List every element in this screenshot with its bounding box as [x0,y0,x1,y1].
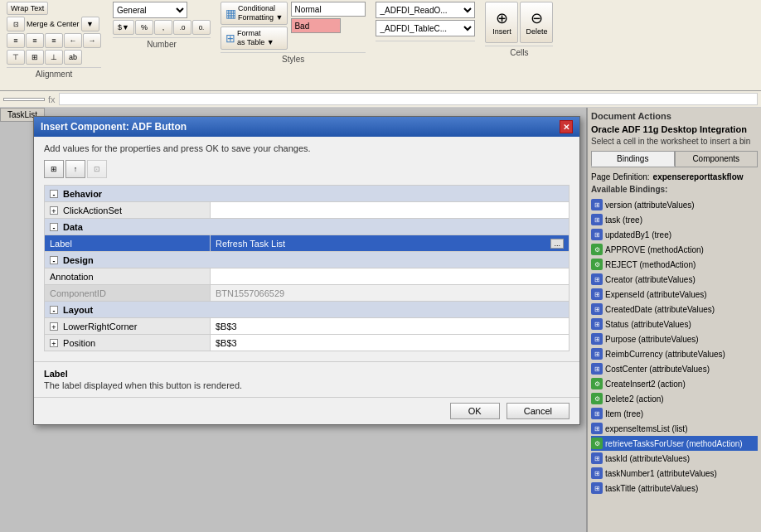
conditional-formatting-button[interactable]: ▦ ConditionalFormatting ▼ [221,2,288,25]
binding-name: Purpose (attributeValues) [605,335,699,344]
lower-right-corner-value[interactable]: $B$3 [211,318,570,335]
cancel-button[interactable]: Cancel [507,403,570,419]
wrap-text-button[interactable]: Wrap Text [7,2,48,15]
binding-item[interactable]: ⊞taskTitle (attributeValues) [591,481,758,496]
behavior-expand[interactable]: - [50,190,58,198]
align-left-button[interactable]: ≡ [7,33,25,48]
binding-item[interactable]: ⊞CostCenter (attributeValues) [591,361,758,376]
indent-decrease-button[interactable]: ← [64,33,82,48]
normal-style-input[interactable] [291,2,366,17]
dialog-body: Add values for the properties and press … [34,137,579,358]
sort-asc-button[interactable]: ⊞ [44,160,64,178]
insert-component-dialog: Insert Component: ADF Button ✕ Add value… [33,116,580,425]
binding-name: APPROVE (methodAction) [605,245,704,254]
pos-expand[interactable]: + [50,339,58,347]
label-prop-value[interactable]: ... [211,235,570,252]
binding-item[interactable]: ⊞Item (tree) [591,406,758,421]
binding-item[interactable]: ⊞ExpenseId (attributeValues) [591,287,758,302]
binding-item[interactable]: ⊞Purpose (attributeValues) [591,331,758,346]
indent-increase-button[interactable]: → [83,33,101,48]
align-top-button[interactable]: ⊤ [7,50,25,65]
binding-type-icon: ⚙ [591,393,603,404]
align-middle-button[interactable]: ⊞ [26,50,44,65]
align-right-button[interactable]: ≡ [45,33,63,48]
ok-button[interactable]: OK [450,403,500,419]
formula-input[interactable] [59,93,758,105]
delete-button[interactable]: ⊖ Delete [520,2,553,43]
main-area: TaskList Insert Component: ADF Button ✕ … [0,108,761,532]
binding-type-icon: ⊞ [591,199,603,210]
binding-item[interactable]: ⚙Delete2 (action) [591,391,758,406]
binding-name: ExpenseId (attributeValues) [605,290,707,299]
binding-item[interactable]: ⊞ReimbCurrency (attributeValues) [591,346,758,361]
alignment-label: Alignment [7,67,101,79]
sort-button[interactable]: ↑ [65,160,85,178]
design-expand[interactable]: - [50,256,58,264]
name-box[interactable] [3,98,45,101]
dialog-buttons: OK Cancel [34,397,579,424]
binding-name: CreateInsert2 (action) [605,380,686,389]
orient-button[interactable]: ab [64,50,82,65]
position-row: + Position $B$3 [45,335,570,351]
tab-bindings[interactable]: Bindings [591,151,675,167]
binding-item[interactable]: ⚙CreateInsert2 (action) [591,376,758,391]
adf-dropdown1[interactable]: _ADFDI_ReadO... [376,2,475,18]
dialog-close-button[interactable]: ✕ [560,120,573,133]
binding-item[interactable]: ⊞updatedBy1 (tree) [591,227,758,242]
label-browse-button[interactable]: ... [550,239,564,249]
binding-item[interactable]: ⊞taskId (attributeValues) [591,451,758,466]
binding-name: retrieveTasksForUser (methodAction) [605,439,743,448]
binding-type-icon: ⊞ [591,303,603,315]
page-def-row: Page Definition: expensereporttaskflow [591,172,758,181]
cond-fmt-label: ConditionalFormatting ▼ [238,4,283,22]
align-center-button[interactable]: ≡ [26,33,44,48]
data-expand[interactable]: - [50,223,58,231]
comma-button[interactable]: , [154,20,172,35]
styles-section: ▦ ConditionalFormatting ▼ ⊞ Formatas Tab… [216,0,371,90]
layout-expand[interactable]: - [50,306,58,314]
binding-item[interactable]: ⚙REJECT (methodAction) [591,257,758,272]
number-format-select[interactable]: General [113,2,187,18]
binding-item[interactable]: ⊞Creator (attributeValues) [591,272,758,287]
binding-name: taskNumber1 (attributeValues) [605,469,717,478]
binding-name: version (attributeValues) [605,201,695,210]
binding-item[interactable]: ⊞Status (attributeValues) [591,317,758,331]
click-action-set-value[interactable] [211,202,570,219]
percent-button[interactable]: % [135,20,153,35]
decrease-decimal-button[interactable]: 0. [192,20,211,35]
label-prop-name: Label [45,235,211,252]
insert-label: Insert [492,27,511,36]
binding-item[interactable]: ⊞taskNumber1 (attributeValues) [591,466,758,481]
merge-dropdown[interactable]: ▼ [81,17,99,31]
layout-header: - Layout [45,302,570,318]
lrc-expand[interactable]: + [50,322,58,331]
binding-name: Creator (attributeValues) [605,275,696,284]
right-panel: Document Actions Oracle ADF 11g Desktop … [587,108,761,532]
position-value[interactable]: $B$3 [211,335,570,351]
binding-item[interactable]: ⊞CreatedDate (attributeValues) [591,302,758,317]
merge-center-button[interactable]: ⊡ [7,17,25,31]
align-bottom-button[interactable]: ⊥ [45,50,63,65]
binding-item[interactable]: ⚙APPROVE (methodAction) [591,242,758,257]
insert-button[interactable]: ⊕ Insert [485,2,518,43]
design-section-row: - Design [45,252,570,268]
binding-item[interactable]: ⚙retrieveTasksForUser (methodAction) [591,436,758,451]
alignment-section: Wrap Text ⊡ Merge & Center ▼ ≡ ≡ ≡ ← → ⊤… [0,0,108,90]
binding-name: task (tree) [605,215,642,225]
increase-decimal-button[interactable]: .0 [173,20,191,35]
binding-item[interactable]: ⊞expenseItemsList (list) [591,421,758,436]
binding-name: expenseItemsList (list) [605,424,687,433]
layout-label: Layout [63,305,93,315]
behavior-label: Behavior [63,189,102,199]
tab-components[interactable]: Components [675,151,759,167]
binding-item[interactable]: ⊞task (tree) [591,212,758,227]
format-table-button[interactable]: ⊞ Formatas Table ▼ [221,27,288,50]
click-action-expand[interactable]: + [50,206,58,215]
currency-button[interactable]: $▼ [113,20,134,35]
annotation-value[interactable] [211,268,570,285]
label-input[interactable] [216,239,529,249]
expand-button[interactable]: ⊡ [87,160,107,178]
binding-item[interactable]: ⊞version (attributeValues) [591,197,758,212]
bad-style-input[interactable] [291,18,341,33]
adf-dropdown2[interactable]: _ADFDI_TableC... [376,20,475,36]
